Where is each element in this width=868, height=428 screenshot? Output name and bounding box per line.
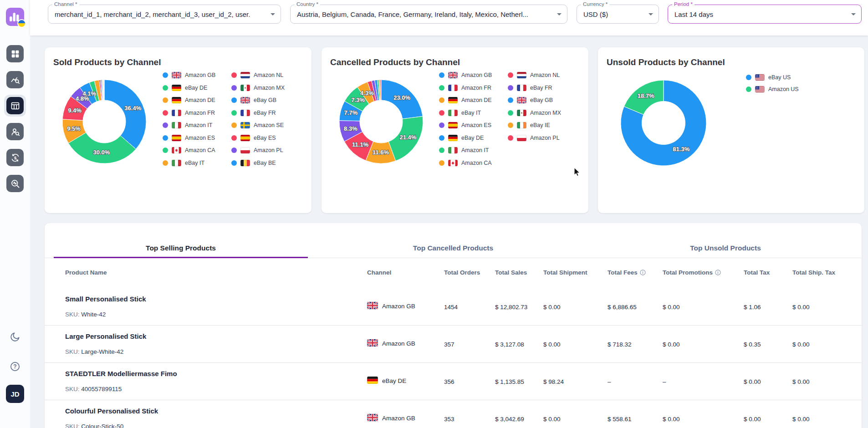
legend-item-amazon-us[interactable]: Amazon US — [746, 85, 815, 94]
donut-slice-ebay-be[interactable] — [104, 80, 104, 100]
flag-gb-icon — [172, 72, 181, 78]
tab-top-cancelled-products[interactable]: Top Cancelled Products — [317, 223, 589, 258]
product-sku: SKU: 400557899115 — [65, 386, 122, 392]
app-logo[interactable] — [6, 8, 24, 26]
flag-ca-icon — [448, 160, 458, 166]
legend-color-dot — [231, 110, 237, 116]
legend-label: Amazon NL — [530, 72, 560, 78]
legend-flag — [448, 122, 458, 128]
legend-item-amazon-es[interactable]: Amazon ES — [163, 134, 231, 143]
flag-pl-icon — [517, 135, 526, 141]
legend-item-ebay-de[interactable]: eBay DE — [163, 84, 231, 92]
channel-cell: Amazon GB — [367, 302, 415, 311]
sold-products-card: Sold Products by Channel 36.4%30.0%9.5%9… — [45, 47, 311, 213]
column-header-total-shipment: Total Shipment — [543, 269, 587, 276]
value-cell: 356 — [444, 378, 454, 385]
value-cell: $ 0.35 — [744, 341, 761, 348]
sidebar-item-transactions[interactable]: $ — [6, 149, 24, 166]
legend-item-ebay-gb[interactable]: eBay GB — [231, 96, 300, 105]
value-cell: $ 0.00 — [744, 416, 761, 423]
legend-item-ebay-de[interactable]: eBay DE — [439, 134, 508, 143]
legend-item-ebay-be[interactable]: eBay BE — [231, 159, 300, 168]
value-cell: $ 0.00 — [543, 341, 561, 348]
legend-color-dot — [746, 75, 751, 80]
flag-it-icon — [448, 147, 458, 153]
channel-flag — [367, 377, 378, 385]
legend-color-dot — [439, 110, 444, 116]
legend-item-amazon-se[interactable]: Amazon SE — [231, 121, 300, 130]
app-root: $ ? JD Channel * merchant_id_1, merchant… — [0, 0, 868, 428]
legend-item-amazon-de[interactable]: Amazon DE — [163, 96, 231, 105]
legend-flag — [755, 86, 765, 92]
sidebar-item-dashboard[interactable] — [6, 45, 24, 62]
country-filter-value: Austria, Belgium, Canada, France, German… — [297, 10, 553, 18]
value-cell: $ 0.00 — [543, 304, 561, 311]
donut-percent-label: 30.0% — [93, 149, 110, 156]
legend-color-dot — [439, 160, 444, 166]
period-filter[interactable]: Period * Last 14 days — [668, 5, 862, 24]
donut-percent-label: 7.7% — [344, 109, 358, 116]
currency-filter[interactable]: Currency * USD ($) — [577, 5, 659, 24]
activity-search-icon — [10, 179, 20, 189]
flag-se-icon — [240, 122, 250, 128]
column-header-product-name: Product Name — [65, 269, 107, 276]
legend-item-amazon-gb[interactable]: Amazon GB — [439, 71, 508, 80]
unsold-products-title: Unsold Products by Channel — [607, 57, 725, 67]
legend-item-amazon-gb[interactable]: Amazon GB — [163, 71, 231, 80]
legend-item-amazon-nl[interactable]: Amazon NL — [231, 71, 300, 80]
legend-label: eBay GB — [530, 97, 553, 103]
legend-item-amazon-fr[interactable]: Amazon FR — [163, 109, 231, 117]
legend-item-ebay-fr[interactable]: eBay FR — [508, 84, 577, 92]
grid-icon — [10, 49, 20, 59]
country-filter[interactable]: Country * Austria, Belgium, Canada, Fran… — [290, 5, 567, 24]
legend-item-amazon-nl[interactable]: Amazon NL — [508, 71, 577, 80]
column-header-total-ship-tax: Total Ship. Tax — [792, 269, 835, 276]
legend-item-amazon-pl[interactable]: Amazon PL — [508, 134, 577, 143]
legend-item-ebay-us[interactable]: eBay US — [746, 73, 815, 82]
legend-item-amazon-it[interactable]: Amazon IT — [163, 121, 231, 130]
flag-es-icon — [448, 122, 458, 128]
column-header-total-promotions: Total Promotions — [663, 269, 721, 276]
sidebar: $ ? JD — [0, 0, 30, 428]
legend-item-ebay-ie[interactable]: eBay IE — [508, 121, 577, 130]
sidebar-item-analytics[interactable] — [6, 71, 24, 88]
legend-flag — [448, 110, 458, 116]
tab-top-selling-products[interactable]: Top Selling Products — [45, 223, 317, 258]
legend-item-amazon-it[interactable]: Amazon IT — [439, 146, 508, 155]
legend-item-amazon-ca[interactable]: Amazon CA — [439, 159, 508, 168]
legend-color-dot — [439, 122, 444, 128]
legend-item-ebay-es[interactable]: eBay ES — [231, 134, 300, 143]
legend-item-amazon-mx[interactable]: Amazon MX — [231, 84, 300, 92]
legend-color-dot — [439, 85, 444, 91]
info-icon[interactable] — [640, 270, 646, 275]
legend-item-amazon-fr[interactable]: Amazon FR — [439, 84, 508, 92]
sidebar-item-customers[interactable] — [6, 123, 24, 140]
legend-item-ebay-fr[interactable]: eBay FR — [231, 109, 300, 117]
dark-mode-toggle[interactable] — [10, 331, 20, 342]
legend-label: Amazon CA — [461, 160, 492, 166]
donut-slice-amazon-gb[interactable] — [104, 80, 146, 149]
channel-filter[interactable]: Channel * merchant_id_1, merchant_id_2, … — [48, 5, 281, 24]
legend-item-amazon-de[interactable]: Amazon DE — [439, 96, 508, 105]
legend-item-ebay-it[interactable]: eBay IT — [163, 159, 231, 168]
legend-item-amazon-pl[interactable]: Amazon PL — [231, 146, 300, 155]
legend-item-amazon-mx[interactable]: Amazon MX — [508, 109, 577, 117]
donut-percent-label: 9.4% — [68, 107, 82, 114]
top-products-tabs: Top Selling ProductsTop Cancelled Produc… — [45, 223, 862, 258]
sidebar-item-audit[interactable] — [6, 175, 24, 192]
legend-label: eBay GB — [254, 97, 276, 103]
user-avatar[interactable]: JD — [6, 385, 24, 403]
sidebar-item-tables[interactable] — [6, 97, 24, 114]
help-button[interactable]: ? — [10, 361, 20, 372]
donut-percent-label: 18.7% — [638, 92, 654, 99]
legend-item-amazon-es[interactable]: Amazon ES — [439, 121, 508, 130]
legend-item-amazon-ca[interactable]: Amazon CA — [163, 146, 231, 155]
legend-label: eBay US — [768, 74, 791, 81]
info-icon[interactable] — [715, 270, 721, 275]
legend-item-ebay-it[interactable]: eBay IT — [439, 109, 508, 117]
legend-color-dot — [163, 122, 168, 128]
tab-top-unsold-products[interactable]: Top Unsold Products — [589, 223, 862, 258]
legend-item-ebay-gb[interactable]: eBay GB — [508, 96, 577, 105]
legend-color-dot — [231, 148, 237, 153]
value-cell: $ 12,802.73 — [495, 304, 527, 311]
